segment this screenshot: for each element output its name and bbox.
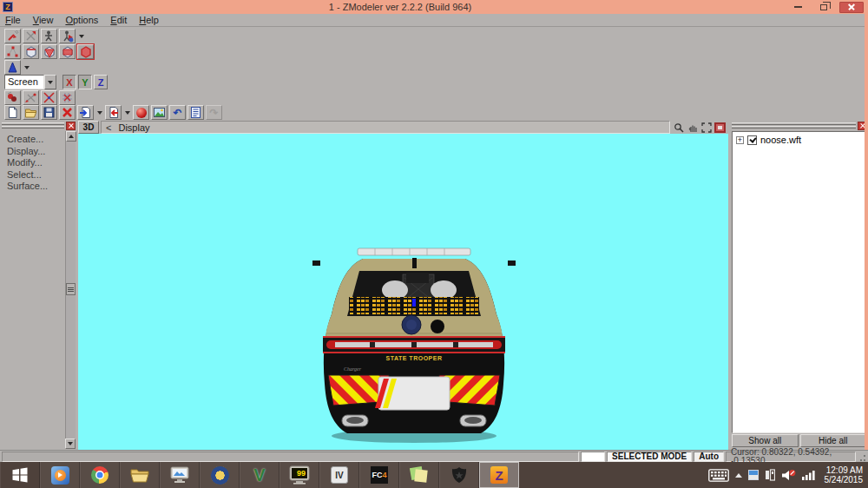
material-editor-button[interactable]: [133, 105, 149, 120]
visibility-checkbox[interactable]: [747, 135, 757, 145]
state-trooper-decal: STATE TROOPER: [386, 355, 443, 361]
taskbar-item-file-explorer[interactable]: [120, 462, 160, 488]
vertices-mode-button[interactable]: [4, 44, 21, 59]
taskbar-item-sticky-notes[interactable]: [399, 462, 439, 488]
snap-vertex-button[interactable]: [23, 90, 39, 105]
network-signal-icon[interactable]: [802, 470, 815, 480]
axes-mode-button[interactable]: [4, 60, 21, 75]
snap-magnet-button[interactable]: [4, 90, 21, 105]
menu-help[interactable]: Help: [139, 15, 159, 25]
police-car-model[interactable]: STATE TROOPER Charger: [309, 247, 519, 450]
taskbar-item-photo-viewer[interactable]: [160, 462, 200, 488]
status-indicator-box: [581, 452, 605, 462]
sidebar-scroll-thumb[interactable]: [66, 283, 76, 295]
modify-tool-button[interactable]: [59, 29, 76, 43]
sidebar-close-button[interactable]: [66, 122, 76, 130]
coordinate-space-dropdown[interactable]: [44, 75, 56, 89]
menu-edit[interactable]: Edit: [110, 15, 127, 25]
taskbar-item-gta-iv[interactable]: IV: [319, 462, 359, 488]
sidebar-scrollbar[interactable]: [65, 131, 76, 449]
undo-button[interactable]: ↶: [169, 105, 186, 120]
faces-mode-button[interactable]: [41, 44, 57, 59]
new-file-button[interactable]: [4, 105, 21, 120]
tray-device-icon[interactable]: [765, 469, 775, 481]
grid-snap-button[interactable]: [59, 90, 76, 105]
scene-notes-button[interactable]: [187, 105, 204, 120]
delete-button[interactable]: [59, 105, 76, 120]
3d-viewport[interactable]: STATE TROOPER Charger: [78, 134, 728, 450]
window-right-border: [865, 0, 868, 462]
show-all-button[interactable]: Show all: [732, 434, 799, 447]
axis-x-button[interactable]: X: [62, 75, 76, 89]
export-button[interactable]: [105, 105, 122, 120]
scale-tool-button[interactable]: [41, 29, 57, 43]
polygons-mode-button[interactable]: [59, 44, 76, 59]
sidebar-grip[interactable]: [2, 122, 64, 129]
resize-grip[interactable]: [858, 452, 866, 462]
axis-z-button[interactable]: Z: [94, 75, 108, 89]
close-button[interactable]: [839, 2, 864, 13]
move-tool-button[interactable]: [4, 29, 21, 43]
view-mode-tab[interactable]: 3D: [78, 121, 99, 134]
coordinate-space-value[interactable]: Screen: [4, 75, 44, 89]
expand-icon[interactable]: +: [736, 136, 744, 144]
menu-options[interactable]: Options: [65, 15, 98, 25]
touch-keyboard-icon[interactable]: [708, 469, 729, 482]
coordinate-space-combo[interactable]: Screen: [4, 75, 56, 89]
pan-view-button[interactable]: [687, 122, 699, 133]
edges-mode-button[interactable]: [23, 44, 39, 59]
folder-icon: [130, 467, 149, 483]
hide-all-button[interactable]: Hide all: [800, 434, 867, 447]
snap-edge-button[interactable]: [41, 90, 57, 105]
close-view-button[interactable]: [714, 122, 726, 133]
taskbar-clock[interactable]: 12:09 AM 5/24/2015: [821, 465, 864, 485]
tray-program-icon[interactable]: [748, 470, 759, 480]
taskbar-item-gta-v[interactable]: V: [240, 462, 279, 488]
view-breadcrumb-bar[interactable]: < Display: [101, 121, 670, 134]
axes-toolbar-dropdown[interactable]: [23, 60, 30, 75]
scroll-up-button[interactable]: [66, 131, 76, 142]
open-file-button[interactable]: [23, 105, 39, 120]
chevron-down-icon: [79, 35, 84, 38]
axis-y-button[interactable]: Y: [78, 75, 92, 89]
window-title: 1 - ZModeler ver 2.2.2 (Build 964): [13, 2, 787, 12]
minimize-icon: [794, 6, 802, 8]
undo-icon: ↶: [173, 107, 181, 119]
transform-toolbar-dropdown[interactable]: [77, 29, 85, 43]
taskbar-item-police-badge-app[interactable]: [439, 462, 479, 488]
taskbar-item-nypd-app[interactable]: [200, 462, 240, 488]
restore-button[interactable]: [813, 2, 834, 13]
tree-row[interactable]: + noose.wft: [733, 132, 865, 145]
rotate-tool-button[interactable]: [23, 29, 39, 43]
show-hidden-icons-button[interactable]: [735, 473, 742, 478]
menu-view[interactable]: View: [33, 15, 54, 25]
taskbar-item-far-cry-4[interactable]: FC4: [359, 462, 399, 488]
start-button[interactable]: [0, 462, 40, 488]
menu-file[interactable]: File: [5, 15, 21, 25]
svg-text:99: 99: [297, 469, 306, 478]
scroll-down-button[interactable]: [65, 439, 76, 449]
zoom-view-button[interactable]: [673, 122, 685, 133]
texture-browser-button[interactable]: [151, 105, 168, 120]
import-dropdown[interactable]: [95, 105, 103, 120]
menu-bar: File View Options Edit Help: [0, 14, 868, 27]
save-file-button[interactable]: [41, 105, 57, 120]
redo-button[interactable]: ↷: [206, 105, 222, 120]
tree-item-label[interactable]: noose.wft: [760, 135, 801, 145]
minimize-button[interactable]: [787, 2, 808, 13]
back-icon[interactable]: <: [106, 122, 111, 133]
taskbar-item-chrome[interactable]: [80, 462, 120, 488]
maximize-view-button[interactable]: [700, 122, 713, 133]
selected-mode-indicator[interactable]: SELECTED MODE: [607, 452, 692, 462]
auto-mode-indicator[interactable]: Auto: [694, 452, 724, 462]
taskbar-item-zmodeler[interactable]: Z: [479, 462, 519, 488]
export-dropdown[interactable]: [123, 105, 131, 120]
scene-tree[interactable]: + noose.wft: [732, 131, 866, 433]
objects-mode-button[interactable]: [77, 44, 94, 59]
scene-panel-grip[interactable]: [732, 122, 856, 129]
import-button[interactable]: [77, 105, 94, 120]
volume-muted-icon[interactable]: [781, 469, 796, 482]
taskbar-item-99-monitor[interactable]: 99: [279, 462, 319, 488]
taskbar-item-media-player[interactable]: [40, 462, 80, 488]
gta-v-icon: V: [253, 465, 265, 485]
